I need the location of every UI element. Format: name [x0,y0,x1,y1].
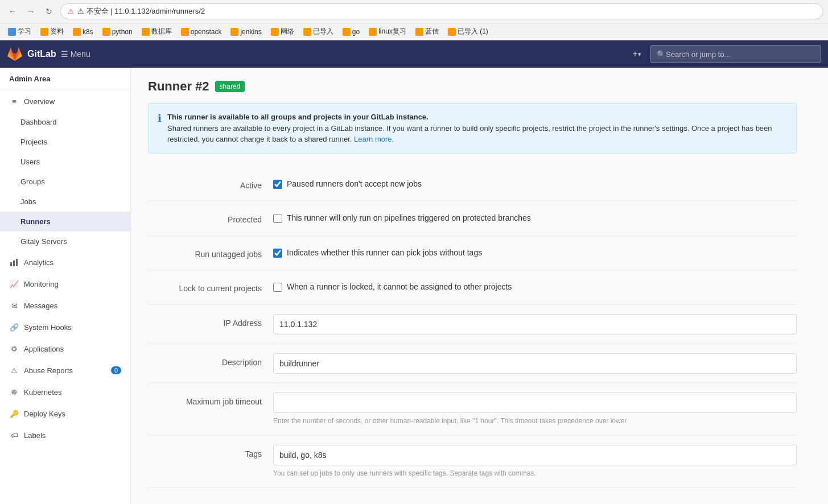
sidebar-item-jobs[interactable]: Jobs [0,192,130,212]
sidebar-item-gitaly[interactable]: Gitaly Servers [0,232,130,251]
sidebar-item-messages[interactable]: ✉ Messages [0,295,130,316]
runner-header: Runner #2 shared [148,79,797,94]
sidebar-item-label: Jobs [20,197,36,206]
abuse-reports-icon: ⚠ [9,365,19,375]
sidebar-item-label: Applications [24,345,64,353]
sidebar-item-system-hooks[interactable]: 🔗 System Hooks [0,316,130,338]
sidebar-item-label: Gitaly Servers [20,237,67,246]
sidebar-item-analytics[interactable]: Analytics [0,251,130,273]
bookmark-item[interactable]: openstack [178,27,225,37]
bookmark-item[interactable]: 网络 [267,26,298,38]
sidebar-item-users[interactable]: Users [0,152,130,172]
bookmark-item[interactable]: k8s [69,27,97,37]
form-row-description: Description [148,344,797,383]
svg-rect-2 [16,259,18,266]
sidebar-item-projects[interactable]: Projects [0,132,130,152]
tags-hint: You can set up jobs to only use runners … [273,469,797,478]
run-untagged-control: Indicates whether this runner can pick j… [273,245,797,261]
bookmark-item[interactable]: 学习 [5,26,35,38]
tags-input[interactable] [273,445,797,465]
sidebar-item-label: Analytics [24,258,53,267]
form-row-run-untagged: Run untagged jobs Indicates whether this… [148,236,797,271]
sidebar-item-label: Runners [20,217,51,226]
info-learn-more-link[interactable]: Learn more. [354,135,394,143]
sidebar-item-groups[interactable]: Groups [0,172,130,192]
info-box: ℹ This runner is available to all groups… [148,103,797,154]
sidebar-item-applications[interactable]: ⚙ Applications [0,338,130,360]
sidebar-item-deploy-keys[interactable]: 🔑 Deploy Keys [0,403,130,424]
bookmark-item[interactable]: 已导入 (1) [444,26,492,38]
bookmark-label: 资料 [50,27,64,36]
bookmark-item[interactable]: 数据库 [138,26,175,38]
bookmark-item[interactable]: 资料 [37,26,67,38]
sidebar-item-label: Dashboard [20,118,57,126]
ip-control [273,314,797,334]
run-untagged-label: Run untagged jobs [148,245,273,259]
lock-checkbox[interactable] [273,283,282,292]
reload-button[interactable]: ↻ [41,3,57,19]
bookmark-label: linux复习 [378,27,406,36]
run-untagged-checkbox-label: Indicates whether this runner can pick j… [287,247,482,259]
sidebar-item-runners[interactable]: Runners [0,212,130,232]
menu-button[interactable]: ☰ Menu [61,49,90,59]
content-inner: Runner #2 shared ℹ This runner is availa… [131,68,814,499]
active-label: Active [148,176,273,190]
menu-label: Menu [71,49,90,59]
security-icon: ⚠ [68,7,74,15]
bookmarks-bar: 学习资料k8spython数据库openstackjenkins网络已导入gol… [0,23,828,40]
address-bar[interactable]: ⚠ ⚠ 不安全 | 11.0.1.132/admin/runners/2 [60,3,823,19]
bookmark-item[interactable]: linux复习 [365,26,410,38]
description-control [273,353,797,374]
bookmark-item[interactable]: python [99,27,136,37]
abuse-reports-badge: 0 [111,366,121,374]
bookmark-icon [230,28,238,36]
sidebar-item-label: Overview [24,97,55,106]
global-search-bar[interactable]: 🔍 Search or jump to... [650,45,821,63]
bookmark-icon [40,28,48,36]
runner-form: Active Paused runners don't accept new j… [148,167,797,488]
sidebar-item-overview[interactable]: ≡ Overview [0,90,130,112]
messages-icon: ✉ [9,300,19,311]
active-control: Paused runners don't accept new jobs [273,176,797,192]
sidebar-item-label: Projects [20,138,47,146]
bookmark-item[interactable]: go [339,27,363,37]
bookmark-item[interactable]: 已导入 [300,26,337,38]
gitlab-navbar: GitLab ☰ Menu + ▾ 🔍 Search or jump to... [0,40,828,68]
sidebar-item-label: Groups [20,177,45,186]
browser-nav-buttons: ← → ↻ [5,3,57,19]
sidebar-item-monitoring[interactable]: 📈 Monitoring [0,273,130,295]
plus-icon: + [632,49,637,59]
description-input[interactable] [273,353,797,374]
deploy-keys-icon: 🔑 [9,408,19,419]
active-checkbox-row: Paused runners don't accept new jobs [273,176,797,192]
bookmark-label: k8s [83,28,93,36]
sidebar-item-kubernetes[interactable]: ☸ Kubernetes [0,381,130,403]
bookmark-icon [142,28,150,36]
gitlab-logo[interactable]: GitLab [7,46,56,62]
gitlab-logo-icon [7,46,23,62]
new-item-button[interactable]: + ▾ [628,45,646,63]
sidebar-item-abuse-reports[interactable]: ⚠ Abuse Reports 0 [0,360,130,381]
max-timeout-input[interactable] [273,393,797,413]
active-checkbox[interactable] [273,180,282,189]
protected-checkbox-label: This runner will only run on pipelines t… [287,213,531,224]
content-area: Runner #2 shared ℹ This runner is availa… [131,68,828,504]
sidebar-item-label: Abuse Reports [24,366,73,375]
forward-button[interactable]: → [23,3,39,19]
back-button[interactable]: ← [5,3,20,19]
bookmark-icon [271,28,279,36]
ip-input[interactable] [273,314,797,334]
svg-rect-0 [10,262,12,266]
protected-checkbox[interactable] [273,214,282,223]
bookmark-item[interactable]: 蓝信 [412,26,442,38]
sidebar-item-label: System Hooks [24,323,72,332]
run-untagged-checkbox[interactable] [273,249,282,258]
sidebar-item-dashboard[interactable]: Dashboard [0,112,130,132]
svg-rect-1 [13,261,15,266]
sidebar-item-labels[interactable]: 🏷 Labels [0,424,130,446]
max-timeout-hint: Enter the number of seconds, or other hu… [273,416,797,426]
bookmark-item[interactable]: jenkins [227,27,265,37]
search-placeholder: Search or jump to... [666,50,730,59]
form-row-protected: Protected This runner will only run on p… [148,201,797,236]
protected-label: Protected [148,210,273,224]
